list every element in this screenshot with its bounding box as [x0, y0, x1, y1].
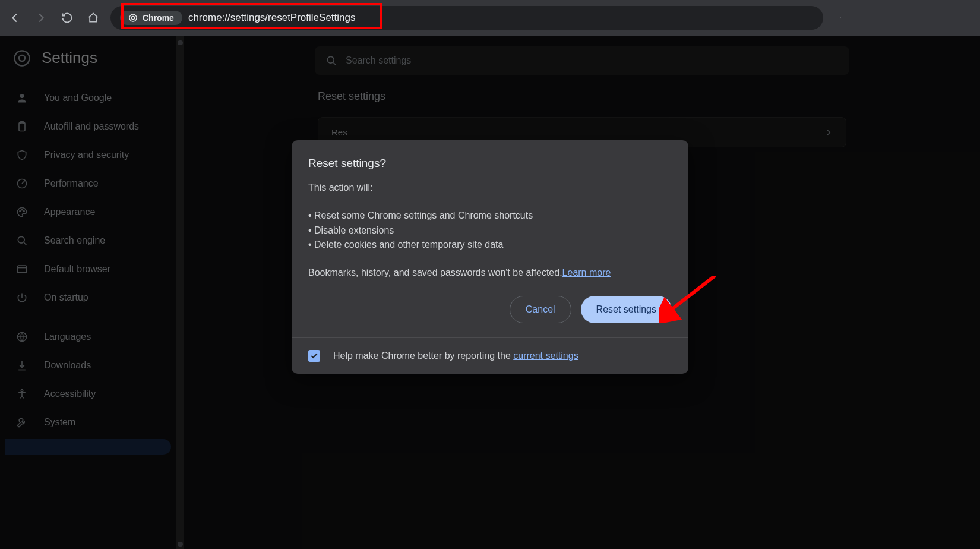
- learn-more-link[interactable]: Learn more: [562, 267, 611, 277]
- svg-point-0: [129, 14, 137, 21]
- dialog-note: Bookmarks, history, and saved passwords …: [308, 266, 672, 280]
- omnibox[interactable]: Chrome chrome://settings/resetProfileSet…: [110, 6, 823, 30]
- cancel-button[interactable]: Cancel: [510, 296, 571, 323]
- site-chip[interactable]: Chrome: [120, 11, 182, 25]
- browser-toolbar: Chrome chrome://settings/resetProfileSet…: [0, 0, 980, 36]
- svg-point-1: [131, 16, 134, 19]
- site-chip-label: Chrome: [143, 13, 174, 23]
- dialog-title: Reset settings?: [308, 157, 672, 170]
- forward-button[interactable]: [32, 9, 50, 27]
- omnibox-url: chrome://settings/resetProfileSettings: [188, 12, 356, 24]
- dialog-bullet-list: • Reset some Chrome settings and Chrome …: [308, 209, 672, 253]
- current-settings-link[interactable]: current settings: [513, 351, 578, 361]
- dialog-bullet: • Reset some Chrome settings and Chrome …: [308, 209, 672, 223]
- dialog-intro: This action will:: [308, 181, 672, 195]
- home-button[interactable]: [84, 9, 102, 27]
- reset-settings-dialog: Reset settings? This action will: • Rese…: [292, 140, 688, 374]
- dialog-bullet: • Delete cookies and other temporary sit…: [308, 238, 672, 253]
- settings-page: Settings You and Google Autofill and pas…: [0, 36, 980, 549]
- dialog-bullet: • Disable extensions: [308, 223, 672, 238]
- reload-button[interactable]: [58, 9, 76, 27]
- chrome-icon: [128, 13, 138, 23]
- dialog-footer: Help make Chrome better by reporting the…: [292, 337, 688, 374]
- reset-settings-button[interactable]: Reset settings: [581, 296, 672, 323]
- dialog-footer-text: Help make Chrome better by reporting the…: [333, 351, 578, 361]
- report-settings-checkbox[interactable]: [308, 350, 320, 362]
- back-button[interactable]: [6, 9, 24, 27]
- bookmark-star-button[interactable]: [832, 9, 849, 27]
- dialog-layer: Reset settings? This action will: • Rese…: [0, 36, 980, 549]
